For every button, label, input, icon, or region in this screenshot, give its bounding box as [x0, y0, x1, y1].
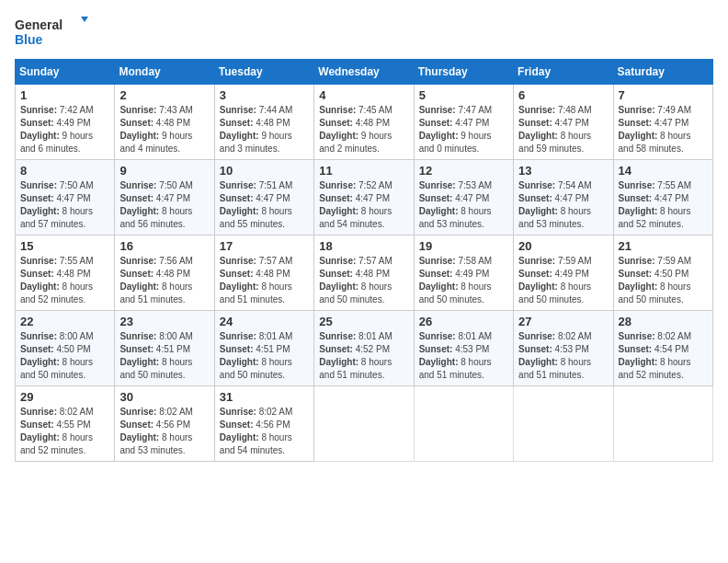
- day-cell: 10Sunrise: 7:51 AMSunset: 4:47 PMDayligh…: [214, 160, 313, 236]
- day-cell: 23Sunrise: 8:00 AMSunset: 4:51 PMDayligh…: [115, 311, 214, 386]
- logo: General Blue: [15, 15, 88, 48]
- day-detail: Sunrise: 7:59 AMSunset: 4:50 PMDaylight:…: [619, 255, 708, 306]
- day-detail: Sunrise: 7:54 AMSunset: 4:47 PMDaylight:…: [518, 179, 608, 231]
- day-detail: Sunrise: 8:02 AMSunset: 4:56 PMDaylight:…: [119, 406, 209, 457]
- day-number: 13: [518, 164, 608, 178]
- day-number: 8: [20, 164, 109, 178]
- day-cell: 24Sunrise: 8:01 AMSunset: 4:51 PMDayligh…: [214, 311, 313, 386]
- day-number: 29: [20, 390, 109, 404]
- week-row-4: 22Sunrise: 8:00 AMSunset: 4:50 PMDayligh…: [16, 311, 713, 386]
- svg-text:Blue: Blue: [15, 32, 43, 47]
- day-cell: 1Sunrise: 7:42 AMSunset: 4:49 PMDaylight…: [16, 85, 115, 160]
- day-cell: 19Sunrise: 7:58 AMSunset: 4:49 PMDayligh…: [414, 236, 513, 311]
- day-cell: 13Sunrise: 7:54 AMSunset: 4:47 PMDayligh…: [514, 160, 613, 236]
- weekday-header-row: SundayMondayTuesdayWednesdayThursdayFrid…: [16, 60, 713, 85]
- day-detail: Sunrise: 8:00 AMSunset: 4:50 PMDaylight:…: [20, 330, 109, 382]
- day-detail: Sunrise: 7:47 AMSunset: 4:47 PMDaylight:…: [419, 104, 508, 155]
- day-number: 30: [119, 390, 209, 404]
- day-number: 14: [619, 164, 708, 178]
- day-detail: Sunrise: 7:45 AMSunset: 4:48 PMDaylight:…: [319, 104, 408, 155]
- day-number: 7: [619, 88, 708, 102]
- week-row-1: 1Sunrise: 7:42 AMSunset: 4:49 PMDaylight…: [16, 85, 713, 160]
- weekday-header-friday: Friday: [514, 60, 613, 85]
- day-cell: 22Sunrise: 8:00 AMSunset: 4:50 PMDayligh…: [16, 311, 115, 386]
- day-number: 10: [220, 164, 309, 178]
- day-detail: Sunrise: 8:01 AMSunset: 4:52 PMDaylight:…: [319, 330, 408, 382]
- day-cell: 8Sunrise: 7:50 AMSunset: 4:47 PMDaylight…: [16, 160, 115, 236]
- day-number: 6: [518, 88, 608, 102]
- day-cell: 17Sunrise: 7:57 AMSunset: 4:48 PMDayligh…: [214, 236, 313, 311]
- day-cell: 26Sunrise: 8:01 AMSunset: 4:53 PMDayligh…: [414, 311, 513, 386]
- day-number: 17: [220, 239, 309, 253]
- day-cell: 25Sunrise: 8:01 AMSunset: 4:52 PMDayligh…: [314, 311, 414, 386]
- day-cell: 11Sunrise: 7:52 AMSunset: 4:47 PMDayligh…: [314, 160, 414, 236]
- day-number: 28: [619, 315, 708, 328]
- svg-text:General: General: [15, 17, 63, 32]
- day-cell: 20Sunrise: 7:59 AMSunset: 4:49 PMDayligh…: [514, 236, 613, 311]
- day-number: 22: [20, 315, 109, 328]
- weekday-header-sunday: Sunday: [16, 60, 115, 85]
- svg-marker-2: [81, 17, 88, 22]
- day-cell: 21Sunrise: 7:59 AMSunset: 4:50 PMDayligh…: [613, 236, 712, 311]
- day-detail: Sunrise: 7:44 AMSunset: 4:48 PMDaylight:…: [220, 104, 309, 155]
- weekday-header-saturday: Saturday: [613, 60, 712, 85]
- day-cell: 2Sunrise: 7:43 AMSunset: 4:48 PMDaylight…: [115, 85, 214, 160]
- day-detail: Sunrise: 7:51 AMSunset: 4:47 PMDaylight:…: [220, 179, 309, 231]
- day-cell: 6Sunrise: 7:48 AMSunset: 4:47 PMDaylight…: [514, 85, 613, 160]
- day-number: 23: [119, 315, 209, 328]
- day-number: 18: [319, 239, 408, 253]
- day-detail: Sunrise: 7:59 AMSunset: 4:49 PMDaylight:…: [518, 255, 608, 306]
- day-cell: 5Sunrise: 7:47 AMSunset: 4:47 PMDaylight…: [414, 85, 513, 160]
- day-number: 31: [220, 390, 309, 404]
- day-cell: 16Sunrise: 7:56 AMSunset: 4:48 PMDayligh…: [115, 236, 214, 311]
- weekday-header-thursday: Thursday: [414, 60, 513, 85]
- day-detail: Sunrise: 7:55 AMSunset: 4:47 PMDaylight:…: [619, 179, 708, 231]
- day-detail: Sunrise: 7:48 AMSunset: 4:47 PMDaylight:…: [518, 104, 608, 155]
- day-cell: 9Sunrise: 7:50 AMSunset: 4:47 PMDaylight…: [115, 160, 214, 236]
- day-cell: 27Sunrise: 8:02 AMSunset: 4:53 PMDayligh…: [514, 311, 613, 386]
- logo-svg: General Blue: [15, 15, 88, 48]
- day-cell: 15Sunrise: 7:55 AMSunset: 4:48 PMDayligh…: [16, 236, 115, 311]
- day-cell: 18Sunrise: 7:57 AMSunset: 4:48 PMDayligh…: [314, 236, 414, 311]
- day-detail: Sunrise: 7:42 AMSunset: 4:49 PMDaylight:…: [20, 104, 109, 155]
- day-number: 16: [119, 239, 209, 253]
- day-number: 27: [518, 315, 608, 328]
- day-number: 24: [220, 315, 309, 328]
- week-row-3: 15Sunrise: 7:55 AMSunset: 4:48 PMDayligh…: [16, 236, 713, 311]
- day-number: 15: [20, 239, 109, 253]
- day-cell: [414, 386, 513, 462]
- day-number: 25: [319, 315, 408, 328]
- week-row-2: 8Sunrise: 7:50 AMSunset: 4:47 PMDaylight…: [16, 160, 713, 236]
- day-detail: Sunrise: 7:50 AMSunset: 4:47 PMDaylight:…: [20, 179, 109, 231]
- weekday-header-wednesday: Wednesday: [314, 60, 414, 85]
- weekday-header-tuesday: Tuesday: [214, 60, 313, 85]
- day-detail: Sunrise: 8:01 AMSunset: 4:51 PMDaylight:…: [220, 330, 309, 382]
- day-number: 21: [619, 239, 708, 253]
- day-detail: Sunrise: 7:49 AMSunset: 4:47 PMDaylight:…: [619, 104, 708, 155]
- day-number: 12: [419, 164, 508, 178]
- day-cell: [314, 386, 414, 462]
- week-row-5: 29Sunrise: 8:02 AMSunset: 4:55 PMDayligh…: [16, 386, 713, 462]
- day-cell: 7Sunrise: 7:49 AMSunset: 4:47 PMDaylight…: [613, 85, 712, 160]
- day-detail: Sunrise: 8:02 AMSunset: 4:55 PMDaylight:…: [20, 406, 109, 457]
- day-detail: Sunrise: 7:56 AMSunset: 4:48 PMDaylight:…: [119, 255, 209, 306]
- day-cell: 14Sunrise: 7:55 AMSunset: 4:47 PMDayligh…: [613, 160, 712, 236]
- day-cell: 12Sunrise: 7:53 AMSunset: 4:47 PMDayligh…: [414, 160, 513, 236]
- day-detail: Sunrise: 7:57 AMSunset: 4:48 PMDaylight:…: [220, 255, 309, 306]
- day-number: 19: [419, 239, 508, 253]
- day-cell: 28Sunrise: 8:02 AMSunset: 4:54 PMDayligh…: [613, 311, 712, 386]
- day-detail: Sunrise: 7:58 AMSunset: 4:49 PMDaylight:…: [419, 255, 508, 306]
- day-cell: [613, 386, 712, 462]
- day-detail: Sunrise: 7:55 AMSunset: 4:48 PMDaylight:…: [20, 255, 109, 306]
- day-detail: Sunrise: 7:50 AMSunset: 4:47 PMDaylight:…: [119, 179, 209, 231]
- day-cell: 30Sunrise: 8:02 AMSunset: 4:56 PMDayligh…: [115, 386, 214, 462]
- day-number: 4: [319, 88, 408, 102]
- day-number: 1: [20, 88, 109, 102]
- day-number: 3: [220, 88, 309, 102]
- day-detail: Sunrise: 7:43 AMSunset: 4:48 PMDaylight:…: [119, 104, 209, 155]
- weekday-header-monday: Monday: [115, 60, 214, 85]
- day-detail: Sunrise: 7:57 AMSunset: 4:48 PMDaylight:…: [319, 255, 408, 306]
- day-detail: Sunrise: 7:52 AMSunset: 4:47 PMDaylight:…: [319, 179, 408, 231]
- day-cell: 31Sunrise: 8:02 AMSunset: 4:56 PMDayligh…: [214, 386, 313, 462]
- day-number: 2: [119, 88, 209, 102]
